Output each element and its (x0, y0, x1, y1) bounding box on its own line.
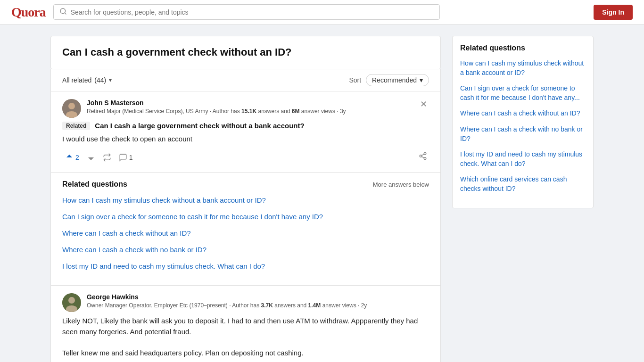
list-item: I lost my ID and need to cash my stimulu… (62, 261, 429, 271)
close-answer-button[interactable]: ✕ (418, 99, 429, 109)
author-bio-suffix: answer views · (300, 108, 339, 115)
search-icon (59, 8, 67, 16)
author-answers: 15.1K (241, 108, 256, 115)
sidebar-card: Related questions How can I cash my stim… (452, 36, 594, 208)
list-item: Which online card services can cash chec… (460, 175, 586, 193)
sidebar-question-link[interactable]: I lost my ID and need to cash my stimulu… (460, 150, 582, 167)
rq-title: Related questions (62, 180, 127, 189)
list-item: How can I cash my stimulus check without… (460, 59, 586, 77)
upvote-button[interactable]: 2 (62, 151, 82, 164)
sort-area: Sort Recommended ▾ (349, 74, 429, 86)
right-sidebar: Related questions How can I cash my stim… (452, 36, 594, 208)
vote-row: 2 1 (62, 150, 429, 165)
filter-bar: All related (44) ▾ Sort Recommended ▾ (50, 69, 441, 91)
related-tag-row: Related Can I cash a large government ch… (62, 122, 429, 130)
sort-dropdown[interactable]: Recommended ▾ (366, 74, 429, 86)
answer-text-2: Likely NOT, Likely the bank will ask you… (62, 316, 429, 358)
list-item: Where can I cash a check with no bank or… (460, 125, 586, 143)
answer-card-john: John S Masterson Retired Major (Medical … (50, 91, 441, 173)
list-item: Where can I cash a check without an ID? (460, 109, 586, 118)
svg-point-3 (68, 103, 75, 109)
all-related-label: All related (62, 76, 91, 84)
sort-label: Sort (349, 76, 361, 84)
related-tag: Related (62, 122, 90, 130)
author-details-2: George Hawkins Owner Manager Operator. E… (87, 293, 367, 310)
sidebar-question-link[interactable]: Can I sign over a check for someone to c… (460, 84, 580, 101)
answer-header: John S Masterson Retired Major (Medical … (62, 99, 429, 118)
more-answers-below: More answers below (373, 181, 429, 188)
question-title: Can I cash a government check without an… (62, 46, 429, 59)
list-item: Can I sign over a check for someone to c… (62, 212, 429, 222)
repost-button[interactable] (100, 151, 114, 164)
svg-line-8 (421, 156, 424, 158)
related-question-link[interactable]: Can I sign over a check for someone to c… (62, 213, 323, 221)
time-ago: 3y (340, 108, 346, 115)
sidebar-title: Related questions (460, 44, 586, 52)
avatar-george (62, 293, 81, 312)
related-question-link[interactable]: I lost my ID and need to cash my stimulu… (62, 262, 265, 270)
search-input[interactable] (71, 8, 434, 16)
header: Quora Sign In (0, 0, 644, 25)
related-question-link[interactable]: Where can I cash a check without an ID? (62, 229, 191, 237)
answer-text: I would use the check to open an account (62, 134, 429, 145)
list-item: I lost my ID and need to cash my stimulu… (460, 150, 586, 168)
comment-button[interactable]: 1 (116, 151, 136, 164)
answer-header-2: George Hawkins Owner Manager Operator. E… (62, 293, 429, 312)
author-details: John S Masterson Retired Major (Medical … (87, 99, 346, 115)
related-questions-list: How can I cash my stimulus check without… (62, 195, 429, 271)
all-related-filter[interactable]: All related (44) ▾ (62, 76, 112, 84)
list-item: Where can I cash a check with no bank or… (62, 245, 429, 255)
sidebar-question-link[interactable]: Where can I cash a check without an ID? (460, 109, 580, 117)
related-question-link[interactable]: Can I cash a large government check with… (95, 122, 304, 130)
list-item: How can I cash my stimulus check without… (62, 195, 429, 205)
main-container: Can I cash a government check without an… (39, 25, 605, 362)
author-bio: Retired Major (Medical Service Corps), U… (87, 107, 346, 115)
share-button[interactable] (417, 150, 429, 165)
author-bio-2: Owner Manager Operator. Employer Etc (19… (87, 302, 367, 310)
author-name-2[interactable]: George Hawkins (87, 293, 367, 301)
list-item: Can I sign over a check for someone to c… (460, 84, 586, 102)
downvote-button[interactable] (84, 151, 98, 164)
svg-point-5 (424, 153, 426, 155)
svg-point-11 (68, 297, 75, 304)
author-bio-prefix-2: Owner Manager Operator. Employer Etc (19… (87, 302, 261, 309)
time-ago-2: 2y (361, 302, 367, 309)
list-item: Where can I cash a check without an ID? (62, 228, 429, 238)
author-answers-2: 3.7K (261, 302, 273, 309)
chevron-down-icon: ▾ (109, 77, 112, 83)
svg-point-7 (424, 157, 426, 160)
sidebar-question-link[interactable]: Where can I cash a check with no bank or… (460, 125, 583, 142)
author-bio-mid: answers and (256, 108, 292, 115)
avatar (62, 99, 81, 118)
sidebar-question-link[interactable]: Which online card services can cash chec… (460, 175, 567, 192)
sign-in-button[interactable]: Sign In (594, 5, 633, 20)
author-info-2: George Hawkins Owner Manager Operator. E… (62, 293, 367, 312)
upvote-count: 2 (75, 154, 79, 161)
sort-value: Recommended (372, 76, 417, 84)
answer-card-george: George Hawkins Owner Manager Operator. E… (50, 286, 441, 362)
author-bio-suffix-2: answer views · (321, 302, 359, 309)
related-questions-inline: Related questions More answers below How… (50, 173, 441, 286)
author-info: John S Masterson Retired Major (Medical … (62, 99, 346, 118)
search-bar (53, 4, 440, 20)
author-views: 6M (292, 108, 300, 115)
quora-logo[interactable]: Quora (11, 5, 46, 20)
author-name[interactable]: John S Masterson (87, 99, 346, 107)
author-bio-prefix: Retired Major (Medical Service Corps), U… (87, 108, 241, 115)
sidebar-question-link[interactable]: How can I cash my stimulus check without… (460, 59, 584, 76)
sort-chevron-icon: ▾ (420, 76, 423, 84)
rq-header: Related questions More answers below (62, 180, 429, 189)
author-bio-mid-2: answers and (273, 302, 308, 309)
svg-line-9 (421, 154, 424, 156)
sidebar-questions-list: How can I cash my stimulus check without… (460, 59, 586, 194)
related-question-link[interactable]: How can I cash my stimulus check without… (62, 196, 266, 204)
svg-point-6 (420, 155, 422, 157)
left-column: Can I cash a government check without an… (50, 36, 441, 362)
comment-count: 1 (129, 154, 133, 161)
question-card: Can I cash a government check without an… (50, 36, 441, 69)
related-question-link[interactable]: Where can I cash a check with no bank or… (62, 246, 206, 254)
author-views-2: 1.4M (308, 302, 321, 309)
svg-line-1 (65, 13, 66, 14)
all-related-count: (44) (94, 76, 106, 84)
